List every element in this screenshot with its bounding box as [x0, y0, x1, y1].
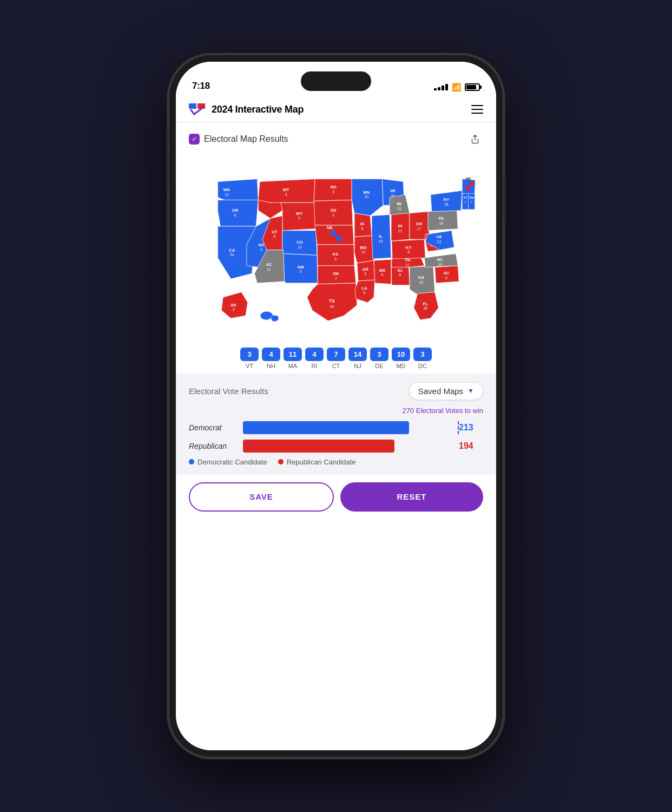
svg-text:28: 28	[444, 202, 449, 206]
app-title: 2024 Interactive Map	[212, 104, 304, 115]
state-abbr-nj: NJ	[354, 363, 361, 369]
svg-rect-0	[189, 103, 196, 109]
state-badge-dc: 3 DC	[413, 348, 432, 369]
state-abbr-ma: MA	[288, 363, 298, 369]
republican-bar	[243, 440, 394, 453]
saved-maps-button[interactable]: Saved Maps ▼	[409, 382, 483, 400]
svg-text:MO: MO	[360, 245, 367, 250]
us-map[interactable]: WA 12 OR 8 CA 54 ID 4	[189, 153, 483, 342]
svg-text:6: 6	[381, 273, 384, 277]
svg-text:9: 9	[399, 273, 401, 277]
svg-text:ME: ME	[466, 177, 472, 181]
dem-legend-item: Democratic Candidate	[189, 458, 267, 466]
menu-button[interactable]	[471, 105, 483, 114]
state-badge-ct: 7 CT	[327, 348, 345, 369]
svg-text:10: 10	[298, 245, 302, 249]
svg-text:GA: GA	[418, 275, 425, 280]
status-time: 7:18	[192, 81, 210, 91]
svg-text:3: 3	[233, 307, 235, 311]
svg-text:10: 10	[365, 195, 369, 199]
phone-screen: 7:18 📶	[176, 62, 496, 750]
svg-text:15: 15	[397, 207, 401, 211]
svg-text:OK: OK	[333, 271, 339, 276]
svg-text:NE: NE	[327, 225, 333, 230]
state-ev-ri: 4	[305, 348, 324, 361]
svg-text:13: 13	[437, 240, 442, 244]
svg-text:40: 40	[330, 305, 334, 309]
reset-button[interactable]: RESET	[340, 482, 483, 512]
share-button[interactable]	[465, 130, 483, 148]
rep-legend-item: Republican Candidate	[278, 458, 356, 466]
svg-text:6: 6	[365, 272, 367, 276]
status-icons: 📶	[434, 83, 480, 91]
svg-marker-6	[218, 200, 258, 226]
app-content: 2024 Interactive Map ✓ Electoral Map Res…	[176, 97, 496, 750]
phone-wrapper: 7:18 📶	[168, 54, 504, 758]
saved-maps-label: Saved Maps	[418, 387, 463, 396]
svg-rect-44	[336, 235, 341, 241]
democrat-bar	[243, 421, 409, 434]
svg-text:AR: AR	[363, 267, 369, 272]
legend-row: Democratic Candidate Republican Candidat…	[189, 458, 483, 466]
checkbox-icon: ✓	[189, 134, 200, 145]
svg-text:19: 19	[379, 239, 383, 243]
svg-text:MS: MS	[379, 268, 386, 273]
svg-text:10: 10	[361, 251, 366, 254]
svg-text:VT: VT	[463, 196, 467, 199]
votes-to-win: 270 Electoral Votes to win	[189, 407, 483, 415]
svg-text:4: 4	[285, 193, 287, 197]
state-ev-de: 3	[370, 348, 388, 361]
volume-down-button	[166, 200, 168, 238]
svg-text:6: 6	[361, 227, 364, 231]
state-abbr-de: DE	[375, 363, 383, 369]
section-title-row: ✓ Electoral Map Results	[189, 134, 288, 145]
state-badge-md: 10 MD	[392, 348, 410, 369]
svg-text:11: 11	[398, 229, 403, 233]
svg-text:8: 8	[364, 291, 366, 294]
state-badge-vt: 3 VT	[240, 348, 259, 369]
silent-button	[166, 125, 168, 149]
svg-text:NH: NH	[469, 196, 473, 199]
svg-text:3: 3	[332, 190, 334, 194]
save-button[interactable]: SAVE	[189, 482, 334, 512]
state-ev-nj: 14	[348, 348, 367, 361]
svg-text:CA: CA	[229, 248, 235, 253]
svg-text:19: 19	[439, 221, 444, 225]
state-ev-nh: 4	[262, 348, 280, 361]
rep-legend-label: Republican Candidate	[287, 458, 356, 466]
svg-text:OH: OH	[416, 221, 423, 226]
wifi-icon: 📶	[452, 83, 461, 91]
rep-legend-dot	[278, 459, 284, 464]
map-section: ✓ Electoral Map Results	[176, 122, 496, 342]
svg-rect-124	[466, 181, 470, 186]
results-title: Electoral Vote Results	[189, 387, 268, 396]
republican-count: 194	[459, 441, 483, 451]
democrat-label: Democrat	[189, 423, 238, 432]
state-abbr-dc: DC	[418, 363, 427, 369]
republican-bar-container	[243, 440, 453, 453]
svg-text:8: 8	[407, 251, 410, 254]
svg-text:SD: SD	[331, 208, 337, 213]
svg-text:AL: AL	[397, 268, 403, 273]
svg-text:AK: AK	[230, 303, 237, 307]
dem-legend-label: Democratic Candidate	[197, 458, 267, 466]
state-ev-vt: 3	[240, 348, 259, 361]
svg-rect-127	[470, 186, 475, 190]
us-map-container: WA 12 OR 8 CA 54 ID 4	[189, 153, 483, 342]
dropdown-arrow-icon: ▼	[467, 387, 474, 395]
svg-text:16: 16	[438, 263, 443, 266]
svg-text:IN: IN	[398, 224, 403, 228]
svg-text:UT: UT	[272, 230, 278, 234]
svg-text:IA: IA	[360, 221, 365, 226]
svg-text:11: 11	[267, 267, 271, 271]
state-badge-ma: 11 MA	[284, 348, 302, 369]
section-header: ✓ Electoral Map Results	[189, 130, 483, 148]
svg-text:KS: KS	[333, 252, 339, 257]
svg-text:4: 4	[471, 201, 472, 204]
democrat-bar-row: Democrat 213	[189, 421, 483, 434]
svg-text:17: 17	[417, 227, 421, 231]
democrat-count: 213	[459, 423, 483, 433]
svg-text:WY: WY	[296, 211, 303, 216]
app-header: 2024 Interactive Map	[176, 97, 496, 122]
svg-text:30: 30	[423, 306, 427, 310]
